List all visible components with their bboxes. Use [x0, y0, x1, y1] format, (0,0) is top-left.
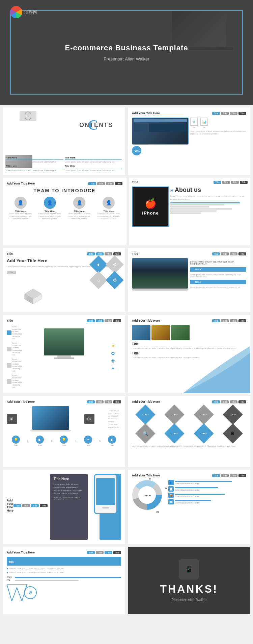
- about-line-1: [170, 202, 240, 203]
- iphone-tag-2: Title: [222, 181, 230, 184]
- slide-phone: Add Your Title Here Title Title Title Ti…: [3, 470, 125, 544]
- team-member-2: 👤 Title Here Lorem ipsum dolor sit amet,…: [36, 197, 63, 220]
- stat-icon-2: 📊 Tile: [200, 118, 208, 128]
- info-list-header: Add Your Title Here Title Title Title Ti…: [7, 551, 121, 554]
- logo-tag-3: Title: [230, 400, 237, 403]
- info-bar-text-4: Lorem ipsum dolor sit amet: [175, 502, 246, 504]
- prog-label-3: Title: [60, 444, 68, 446]
- donut-content: TITLE 01 02 20 👥 Lorem ipsum dolor sit a…: [132, 480, 246, 512]
- steps-tag-3: Title: [105, 400, 112, 403]
- phone-tag-4: Title: [40, 504, 48, 507]
- donut-header: Add Your Title Here Title Title Title Ti…: [132, 474, 246, 477]
- phone-left-desc: Lorem ipsum dolor sit amet, consectetuar…: [54, 483, 84, 495]
- il-tag-3: Title: [105, 551, 112, 554]
- laptop-title-btn-2[interactable]: TITLE: [190, 280, 247, 284]
- diamonds-tag-4: Title: [113, 252, 121, 255]
- prog-icon-1: 💡 Title: [12, 436, 20, 446]
- team-header: Add Your Title Here Title Title Title Ti…: [7, 182, 122, 185]
- iphone-header-title: Title: [132, 180, 138, 184]
- apple-logo-icon: 🍎: [145, 198, 157, 209]
- phone-email: ok email consectetuar magna erat-massa.: [54, 496, 84, 500]
- diamonds-tags: Title Title Title Title: [87, 252, 121, 255]
- step-num-2: 02: [84, 414, 94, 424]
- prog-icon-5: ▶ Title: [108, 436, 116, 446]
- phone-content: Title Here Lorem ipsum dolor sit amet, c…: [50, 474, 121, 540]
- iphone-tag-3: Title: [231, 181, 239, 184]
- iphone-tag-4: Title: [240, 181, 248, 184]
- monitor-icon-row-3: Lorem ipsum dolor sit amet, consectetuar…: [7, 358, 17, 372]
- monitor-icon-2: [7, 347, 11, 351]
- watermark-text: 演界网: [24, 9, 37, 15]
- ecommerce-tag-4: Title: [238, 112, 246, 115]
- watermark: 演界网: [10, 6, 37, 18]
- prog-arrow-3: ›: [75, 439, 77, 443]
- diamonds-tag-3: Title: [105, 252, 112, 255]
- logo-tags: Title Title Title Title: [212, 400, 246, 403]
- team-title: TEAM TO INTRODUCE: [7, 188, 122, 193]
- stat-icon-1: ✕ Tile: [190, 118, 198, 128]
- extra-label-2: 50k: [7, 579, 13, 581]
- diamonds-header: Title Title Title Title Title: [7, 252, 121, 255]
- percent-badge: +20%: [132, 146, 141, 155]
- contents-item-1: Title Here Lorem ipsum dolor sit amet, c…: [6, 156, 63, 163]
- steps-tag-4: Title: [113, 400, 121, 403]
- star-icon: ✦: [111, 366, 121, 371]
- monitor-center: [18, 325, 110, 389]
- about-line-2: [170, 204, 224, 205]
- contents-item-3: Title Here Lorem ipsum dolor sit amet, c…: [6, 165, 63, 172]
- team-header-title: Add Your Title Here: [7, 182, 35, 185]
- about-us: » About us Lorem ipsum dolor sit amet, c…: [170, 187, 248, 227]
- steps-tag-2: Title: [96, 400, 104, 403]
- diamonds-button[interactable]: Title: [7, 271, 16, 274]
- laptop-desc3: Lorem ipsum dolor sit amet, elit sly acc…: [190, 286, 247, 288]
- phone-header-title: Add Your Title Here: [7, 499, 13, 512]
- info-list-bar-title: Title: [9, 561, 14, 564]
- info-bars: 👥 Lorem ipsum dolor sit amet 📄 Lorem ips…: [168, 480, 246, 505]
- contents-item-text-2: Lorem ipsum dolor sit amet, consectetuar…: [65, 160, 122, 163]
- prog-arrow-4: ›: [99, 439, 101, 443]
- monitor-left-icons: Lorem ipsum dolor sit amet, consectetuar…: [7, 325, 17, 389]
- logo-tag-4: Title: [238, 400, 246, 403]
- prog-label-2: Title: [36, 444, 44, 446]
- info-bar-text-3: Lorem ipsum dolor sit amet: [175, 495, 246, 497]
- about-line-6: [170, 213, 201, 214]
- phone-left-panel: Title Here Lorem ipsum dolor sit amet, c…: [50, 474, 88, 540]
- member-name-3: Title Here: [66, 210, 93, 213]
- bullet-text-2: Lorem Lorem ipsum Lorem ipsum Lorem. Mae…: [9, 571, 64, 574]
- prog-label-1: Title: [12, 444, 20, 446]
- thanks-subtitle: Presenter: Allan Walker: [160, 598, 218, 602]
- slide-laptop-right: Title Title Title Title Title LOREM IPSU…: [128, 248, 250, 312]
- slide-donut: Add Your Title Here Title Title Title Ti…: [128, 470, 250, 544]
- hero-content: E-commerce Business Template Presenter: …: [65, 44, 188, 61]
- steps-tag-1: Title: [87, 400, 95, 403]
- team-member-4: 👤 Title Here Lorem ipsum dolor sit amet,…: [95, 197, 122, 220]
- donut-center-label: TITLE: [143, 494, 151, 497]
- ecommerce-tag-1: Title: [212, 112, 220, 115]
- iphone-content: 🍎 iPhone » About us Lorem ipsum dolor si…: [132, 187, 248, 227]
- slide-diamonds: Title Title Title Title Title Add Your T…: [3, 248, 125, 312]
- logo-icon-1: 🔍: [143, 431, 148, 436]
- slide-info-list: Add Your Title Here Title Title Title Ti…: [3, 547, 125, 614]
- laptop-title-btn-1[interactable]: TITLE: [190, 267, 247, 272]
- il-tag-4: Title: [113, 551, 121, 554]
- mon-tag-2: Title: [96, 319, 104, 322]
- logo-label-1: LOGO: [142, 414, 148, 416]
- phone-tag-3: Title: [31, 504, 39, 507]
- steps-tags: Title Title Title Title: [87, 400, 121, 403]
- photo-thumb-2: [151, 325, 170, 340]
- logo-label-7: LOGO: [201, 432, 207, 435]
- phone-slide-header: Add Your Title Here Title Title Title Ti…: [7, 474, 48, 537]
- about-us-title: » About us: [170, 187, 248, 194]
- slide-photo-grid: Add Your Title Here Title Title Title Ti…: [128, 315, 250, 393]
- steps-desc: Lorem ipsum dolor sit amet, consectetuar…: [108, 409, 121, 429]
- team-tag-1: Title: [88, 182, 96, 185]
- ecommerce-tag-2: Title: [221, 112, 229, 115]
- donut-tag-4: Title: [238, 474, 246, 477]
- photo-tag-4: Title: [238, 319, 246, 322]
- steps-header: Add Your Title Here Title Title Title Ti…: [7, 400, 121, 403]
- flower-icon-1: ✿: [111, 351, 121, 356]
- avatar-3: 👤: [73, 197, 85, 209]
- photo-header: Add Your Title Here Title Title Title Ti…: [132, 319, 246, 322]
- steps-header-title: Add Your Title Here: [7, 400, 35, 403]
- prog-circle-1: 💡: [12, 436, 20, 444]
